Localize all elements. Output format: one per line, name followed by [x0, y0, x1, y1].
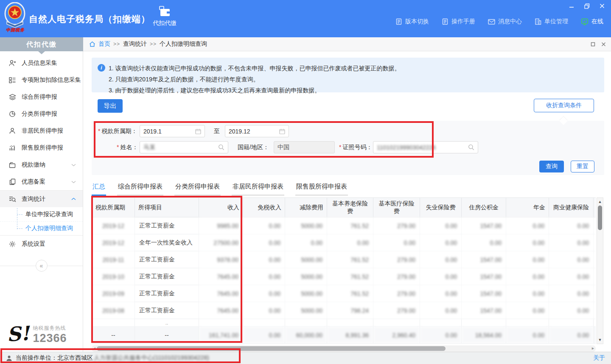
nationality-label: 国籍/地区：	[238, 144, 269, 151]
hotline-glyph-icon: S!	[6, 325, 30, 344]
cell-unemployment: 0.00	[420, 251, 462, 268]
table-row[interactable]: 2019-08 正常工资薪金 7645.00 0.00 5000.00 798.…	[92, 302, 596, 319]
document-icon	[395, 18, 402, 25]
cell-annuity: 0.00	[506, 217, 549, 234]
scroll-down-arrow[interactable]: ▼	[597, 337, 603, 343]
to-label: 至	[214, 128, 220, 135]
table-row[interactable]: 2019-10 正常工资薪金 7645.00 0.00 5000.00 761.…	[92, 268, 596, 285]
calendar-icon	[279, 128, 285, 134]
cell-unemployment: 0.00	[420, 234, 462, 251]
id-number-input[interactable]: 110102199903042226	[373, 141, 478, 153]
cell-deduction: 5000.00	[285, 285, 327, 302]
tab-summary[interactable]: 汇总	[92, 183, 106, 196]
period-to-input[interactable]: 2019.12	[225, 125, 289, 137]
sidebar-item-preferential-filing[interactable]: 优惠备案	[0, 173, 83, 190]
sidebar-item-restricted-stock[interactable]: 限售股所得申报	[0, 139, 83, 156]
sidebar-item-nonresident-income[interactable]: 非居民所得申报	[0, 122, 83, 139]
sidebar-collapse-button[interactable]: «	[36, 260, 48, 272]
menu-unit-management[interactable]: 单位管理	[535, 18, 568, 25]
vertical-scrollbar[interactable]: ▲ ▼	[597, 197, 603, 344]
online-status-label: 在线	[591, 18, 603, 25]
summary-period: --	[92, 327, 135, 344]
info-icon: i	[98, 64, 105, 72]
chevron-up-icon	[71, 197, 76, 200]
vertical-scroll-thumb[interactable]	[598, 206, 602, 230]
cell-housing-fund: 1547.00	[462, 251, 506, 268]
export-button[interactable]: 导出	[98, 99, 123, 113]
horizontal-scrollbar[interactable]: ◄ ►	[92, 345, 596, 352]
table-row[interactable]: 2019-12 正常工资薪金 9985.00 0.00 5000.00 761.…	[92, 217, 596, 234]
cell-tax-free-income: 0.00	[243, 251, 285, 268]
sidebar-item-comprehensive-income[interactable]: 综合所得申报	[0, 89, 83, 106]
col-unemployment-insurance: 失业保险费	[420, 198, 462, 217]
result-table: 税款所属期 所得项目 收入 免税收入 减除费用 基本养老保险费 基本医疗保险费 …	[92, 197, 596, 344]
col-pension-insurance: 基本养老保险费	[327, 198, 373, 217]
query-button[interactable]: 查询	[539, 161, 564, 172]
sidebar-item-system-settings[interactable]: 系统设置	[0, 236, 83, 253]
period-from-value: 2019.1	[143, 128, 195, 135]
minimize-button[interactable]	[567, 2, 576, 10]
cell-tax-free-income: 0.00	[243, 268, 285, 285]
reset-button[interactable]: 重置	[571, 161, 594, 172]
scroll-right-arrow[interactable]: ►	[591, 345, 595, 352]
table-row[interactable]: 2019-12 全年一次性奖金收入 27500.00 0.00 0.00 0.0…	[92, 234, 596, 251]
submenu-item-personal-withholding-query[interactable]: 个人扣缴明细查询	[0, 221, 83, 235]
page-close-icon[interactable]	[601, 42, 606, 47]
breadcrumb: 首页 >> 查询统计 >> 个人扣缴明细查询	[83, 37, 611, 51]
wallet-icon	[8, 162, 16, 168]
cell-tax-free-income: 0.00	[243, 285, 285, 302]
search-icon	[218, 144, 224, 150]
name-input[interactable]: 马某	[140, 141, 228, 153]
breadcrumb-home[interactable]: 首页	[98, 40, 110, 48]
tab-nonresident-income[interactable]: 非居民所得申报表	[232, 183, 284, 196]
table-row[interactable]: 2019-09 正常工资薪金 7645.00 0.00 5000.00 761.…	[92, 285, 596, 302]
page-maximize-icon[interactable]	[591, 42, 595, 47]
sidebar-item-special-deduction[interactable]: 专项附加扣除信息采集	[0, 72, 83, 89]
submenu-item-unit-declaration-query[interactable]: 单位申报记录查询	[0, 207, 83, 221]
tab-restricted-stock[interactable]: 限售股所得申报表	[295, 183, 348, 196]
status-bar: 当前操作单位：北京市西城区人力资源公共服务中心(1110102199304228…	[0, 352, 611, 364]
scroll-left-arrow[interactable]: ◄	[92, 345, 96, 352]
current-unit-redacted: 人力资源公共服务中心(1110102199304228)	[94, 354, 209, 362]
nationality-value: 中国	[277, 144, 331, 151]
top-menu: 版本切换 操作手册 消息中心 单位管理 在线	[395, 18, 603, 25]
menu-version-switch[interactable]: 版本切换	[395, 18, 429, 25]
table-header-row: 税款所属期 所得项目 收入 免税收入 减除费用 基本养老保险费 基本医疗保险费 …	[92, 198, 596, 217]
cell-health-insurance: 0.00	[549, 268, 594, 285]
cell-pension: 761.52	[327, 217, 373, 234]
horizontal-scroll-thumb[interactable]	[97, 346, 446, 351]
table-row[interactable]: 2019-11 正常工资薪金 9378.00 0.00 5000.00 761.…	[92, 251, 596, 268]
col-income-item: 所得项目	[135, 198, 199, 217]
about-link[interactable]: 关于	[593, 354, 605, 362]
sidebar-item-label: 税款缴纳	[22, 161, 45, 169]
query-form: *税款所属期： 2019.1 至 2019.12 *姓名： 马某 国籍/地区： …	[92, 121, 604, 175]
mail-icon	[488, 19, 495, 25]
tab-classified-income[interactable]: 分类所得申报表	[174, 183, 221, 196]
top-tab-withholding[interactable]: 代扣代缴	[147, 6, 182, 27]
scroll-up-arrow[interactable]: ▲	[597, 199, 603, 205]
menu-message-center[interactable]: 消息中心	[488, 18, 522, 25]
result-table-wrapper: 税款所属期 所得项目 收入 免税收入 减除费用 基本养老保险费 基本医疗保险费 …	[92, 197, 596, 344]
sidebar-item-personnel-info[interactable]: 人员信息采集	[0, 55, 83, 72]
summary-tax-free: 0.00	[243, 327, 285, 344]
cell-deduction: 5000.00	[285, 217, 327, 234]
sidebar-item-label: 综合所得申报	[22, 93, 57, 101]
sidebar-item-label: 优惠备案	[22, 178, 45, 186]
cell-unemployment: 0.00	[420, 285, 462, 302]
top-header: 中国税务 自然人电子税务局（扣缴端） 代扣代缴 版本切换 操作手册 消息中心	[0, 0, 611, 37]
sidebar-item-classified-income[interactable]: 分类所得申报	[0, 106, 83, 122]
restore-button[interactable]	[582, 2, 591, 10]
tab-comprehensive-income[interactable]: 综合所得申报表	[117, 183, 163, 196]
close-button[interactable]	[597, 2, 607, 10]
cell-truncated	[594, 251, 596, 268]
report-tabs: 汇总 综合所得申报表 分类所得申报表 非居民所得申报表 限售股所得申报表	[92, 183, 348, 196]
collapse-query-button[interactable]: 收折查询条件	[534, 99, 594, 112]
period-from-input[interactable]: 2019.1	[140, 125, 205, 137]
sidebar-item-tax-payment[interactable]: 税款缴纳	[0, 156, 83, 173]
online-status[interactable]: 在线	[581, 18, 603, 25]
cell-pension: 798.24	[327, 302, 373, 319]
sidebar-item-query-statistics[interactable]: 查询统计	[0, 190, 83, 207]
cell-deduction: 5000.00	[285, 251, 327, 268]
cell-unemployment: 0.00	[420, 217, 462, 234]
menu-manual[interactable]: 操作手册	[442, 18, 475, 25]
